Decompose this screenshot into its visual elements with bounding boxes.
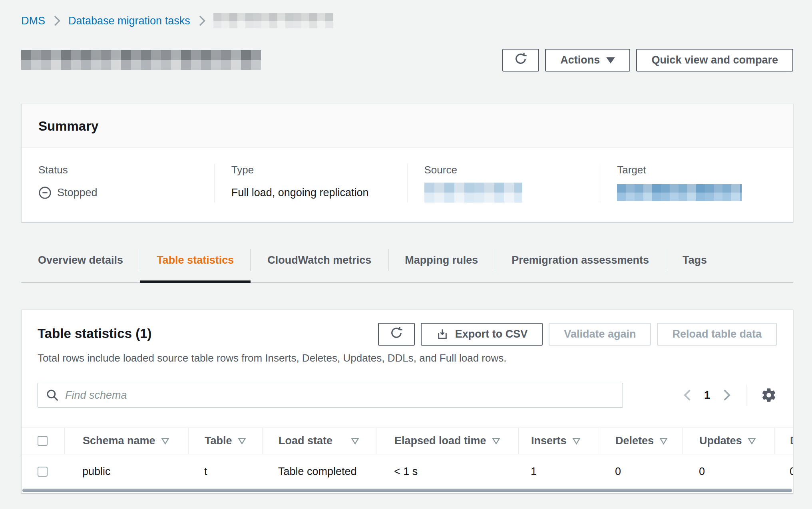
page-title-redacted [21,50,261,70]
export-to-csv-button[interactable]: Export to CSV [421,323,543,346]
refresh-button[interactable] [502,49,539,72]
sort-triangle-icon[interactable] [572,437,581,445]
source-value [424,183,583,203]
column-header-table[interactable]: Table [188,428,262,454]
chevron-right-icon [52,15,61,27]
table-statistics-title: Table statistics (1) [38,323,151,341]
status-text: Stopped [57,187,98,199]
sort-triangle-icon[interactable] [161,437,169,445]
reload-button-label: Reload table data [672,328,762,340]
caret-down-icon [606,54,615,66]
quick-view-and-compare-button[interactable]: Quick view and compare [636,49,793,72]
breadcrumb-link-dms[interactable]: DMS [21,15,45,27]
download-tray-icon [436,328,449,341]
column-header-updates[interactable]: Updates [682,428,774,454]
summary-panel-header: Summary [22,104,793,148]
column-header-ddls[interactable]: DDLs [774,428,793,454]
cell-updates: 0 [682,454,774,489]
table-statistics-table: Schema name Table Load state [22,427,793,489]
horizontal-scrollbar[interactable] [22,489,792,492]
table-statistics-header: Table statistics (1) Export to [22,310,793,346]
type-label: Type [231,164,390,176]
sort-triangle-icon[interactable] [238,437,246,445]
circle-minus-icon [38,186,52,199]
table-header-row: Schema name Table Load state [22,427,793,454]
actions-button-label: Actions [560,54,600,66]
cell-elapsed-load-time: < 1 s [376,454,518,489]
validate-button-label: Validate again [564,328,636,340]
summary-panel: Summary Status Stopped Type Full load, o… [21,104,793,222]
sort-triangle-icon[interactable] [351,437,359,445]
breadcrumb: DMS Database migration tasks [21,12,793,30]
dms-task-page: DMS Database migration tasks Actions [0,0,812,493]
schema-search-box [38,383,623,408]
pagination: 1 [683,384,777,406]
target-endpoint-redacted[interactable] [617,184,742,201]
export-button-label: Export to CSV [455,328,528,340]
select-all-cell [22,428,64,454]
table-statistics-buttons: Export to CSV Validate again Reload tabl… [378,323,777,346]
summary-field-target: Target [600,164,793,203]
next-page-button[interactable] [721,389,732,402]
tab-table-statistics[interactable]: Table statistics [140,248,251,282]
actions-button[interactable]: Actions [545,49,630,72]
header-buttons: Actions Quick view and compare [502,49,793,72]
row-select-cell [22,454,64,489]
table-refresh-button[interactable] [378,323,415,346]
tab-tags[interactable]: Tags [666,248,724,282]
cell-deletes: 0 [598,454,682,489]
table-statistics-description: Total rows include loaded source table r… [22,346,793,364]
summary-panel-body: Status Stopped Type Full load, ongoing r… [22,148,793,222]
type-value: Full load, ongoing replication [231,183,390,203]
table-controls: 1 [22,364,793,408]
select-all-checkbox[interactable] [38,436,48,446]
summary-field-source: Source [407,164,600,203]
cell-inserts: 1 [518,454,598,489]
summary-field-status: Status Stopped [22,164,214,203]
target-value [617,183,776,203]
page-number[interactable]: 1 [704,389,710,402]
column-header-load-state[interactable]: Load state [262,428,376,454]
breadcrumb-task-name-redacted [213,13,333,28]
chevron-right-icon [197,15,206,27]
cell-table: t [188,454,262,489]
column-header-inserts[interactable]: Inserts [518,428,598,454]
table-row: public t Table completed < 1 s 1 0 0 0 [22,454,793,489]
column-header-deletes[interactable]: Deletes [598,428,682,454]
validate-again-button[interactable]: Validate again [549,323,651,346]
cell-schema-name: public [64,454,188,489]
column-header-elapsed-load-time[interactable]: Elapsed load time [376,428,518,454]
cell-ddls: 0 [774,454,793,489]
magnifier-icon [46,389,59,402]
tab-premigration-assessments[interactable]: Premigration assessments [495,248,666,282]
quick-view-button-label: Quick view and compare [651,54,778,66]
status-value: Stopped [38,183,197,203]
previous-page-button[interactable] [683,389,693,402]
cell-load-state: Table completed [262,454,376,489]
table-statistics-panel: Table statistics (1) Export to [21,310,793,493]
pager-divider [746,384,746,406]
page-header: Actions Quick view and compare [21,44,793,76]
status-label: Status [38,164,197,176]
sort-triangle-icon[interactable] [748,437,756,445]
target-label: Target [617,164,776,176]
source-endpoint-redacted[interactable] [424,183,522,203]
tab-cloudwatch-metrics[interactable]: CloudWatch metrics [251,248,388,282]
summary-title: Summary [38,119,776,134]
sort-triangle-icon[interactable] [659,437,668,445]
breadcrumb-link-migration-tasks[interactable]: Database migration tasks [68,15,190,27]
sort-triangle-icon[interactable] [492,437,500,445]
task-detail-tabs: Overview details Table statistics CloudW… [21,248,793,283]
summary-field-type: Type Full load, ongoing replication [214,164,407,203]
reload-table-data-button[interactable]: Reload table data [657,323,777,346]
tab-overview-details[interactable]: Overview details [21,248,140,282]
row-checkbox[interactable] [38,467,48,477]
column-header-schema-name[interactable]: Schema name [64,428,188,454]
source-label: Source [424,164,583,176]
refresh-icon [389,326,404,343]
table-settings-gear-button[interactable] [761,387,777,403]
refresh-icon [513,52,528,69]
tab-mapping-rules[interactable]: Mapping rules [388,248,495,282]
find-schema-input[interactable] [65,383,615,407]
